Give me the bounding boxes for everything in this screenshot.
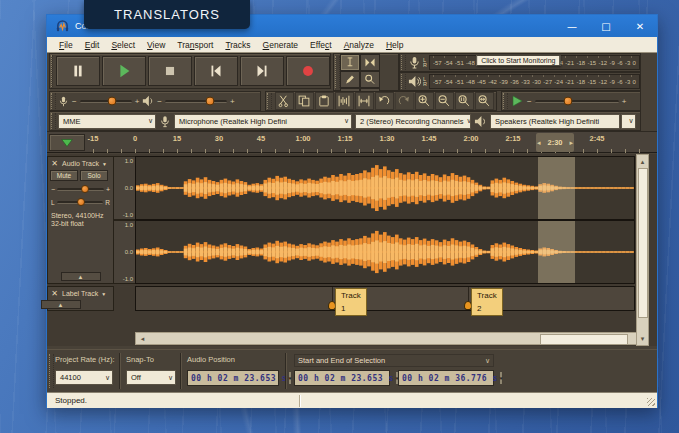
minimize-button[interactable]: — bbox=[555, 15, 589, 37]
playback-meter[interactable]: LR -57-54-51-48-45-42-39-36-33-30-27-24-… bbox=[399, 72, 641, 91]
paste-button[interactable] bbox=[315, 92, 334, 110]
skip-start-button[interactable] bbox=[194, 56, 238, 86]
speed-slider-groove[interactable] bbox=[535, 100, 619, 103]
scroll-left-arrow[interactable]: ◂ bbox=[136, 333, 149, 344]
pan-slider[interactable] bbox=[57, 197, 104, 207]
transport-grip[interactable] bbox=[51, 55, 53, 87]
speed-slider-knob[interactable] bbox=[564, 97, 573, 106]
menu-tracks[interactable]: Tracks bbox=[219, 40, 256, 50]
menu-transport[interactable]: Transport bbox=[171, 40, 219, 50]
gain-slider[interactable] bbox=[57, 184, 104, 194]
mixer-grip[interactable] bbox=[51, 93, 56, 109]
record-slider-groove[interactable] bbox=[80, 100, 132, 103]
menu-effect[interactable]: Effect bbox=[304, 40, 338, 50]
label-text-box[interactable]: Track 1 bbox=[335, 288, 367, 316]
label-marker[interactable]: Track 1 bbox=[332, 287, 333, 310]
zoom-selection-button[interactable] bbox=[455, 92, 474, 110]
edit-grip[interactable] bbox=[267, 93, 272, 109]
mute-button[interactable]: Mute bbox=[50, 170, 78, 181]
playback-meter-grip[interactable] bbox=[401, 74, 406, 89]
record-level-slider[interactable] bbox=[80, 96, 132, 106]
scroll-up-arrow[interactable]: ▴ bbox=[637, 155, 648, 168]
gain-knob[interactable] bbox=[81, 185, 89, 193]
project-rate-select[interactable]: 44100 ∨ bbox=[55, 370, 113, 385]
zoom-fit-button[interactable] bbox=[475, 92, 494, 110]
label-track-content[interactable]: Track 1Track 2 bbox=[135, 286, 635, 311]
zoom-out-button[interactable] bbox=[435, 92, 454, 110]
stop-button[interactable] bbox=[148, 56, 192, 86]
silence-button[interactable] bbox=[355, 92, 374, 110]
audio-track-menu-icon[interactable]: ▼ bbox=[102, 161, 107, 167]
play-slider-knob[interactable] bbox=[205, 97, 214, 106]
label-track-title[interactable]: Label Track bbox=[62, 290, 98, 297]
audio-track-title[interactable]: Audio Track bbox=[62, 160, 99, 167]
horizontal-scroll-thumb[interactable] bbox=[540, 334, 627, 345]
spinner-icon[interactable]: ▾ bbox=[500, 372, 503, 384]
pan-knob[interactable] bbox=[77, 198, 85, 206]
waveform-channel-right[interactable] bbox=[135, 220, 635, 284]
waveform-channel-left[interactable] bbox=[135, 156, 635, 220]
scroll-down-arrow[interactable]: ▾ bbox=[637, 332, 648, 345]
trim-button[interactable] bbox=[335, 92, 354, 110]
audio-host-select[interactable]: MME ∨ bbox=[58, 114, 156, 129]
vertical-scrollbar[interactable]: ▴ ▾ bbox=[636, 154, 649, 346]
timeline-quickplay-region[interactable]: ◂2:30▸ bbox=[536, 133, 574, 152]
label-track-menu-icon[interactable]: ▼ bbox=[101, 291, 106, 297]
recording-channels-select[interactable]: 2 (Stereo) Recording Channels ∨ bbox=[355, 114, 471, 129]
selection-toolbar-grip[interactable] bbox=[49, 354, 54, 388]
draw-tool-button[interactable] bbox=[340, 71, 360, 88]
menu-view[interactable]: View bbox=[141, 40, 171, 50]
label-track-collapse-button[interactable]: ▲ bbox=[41, 300, 81, 309]
pause-button[interactable] bbox=[56, 56, 100, 86]
label-track-close-button[interactable]: ✕ bbox=[50, 289, 59, 298]
vertical-scroll-thumb[interactable] bbox=[638, 168, 648, 318]
play-button[interactable] bbox=[102, 56, 146, 86]
zoom-in-button[interactable] bbox=[415, 92, 434, 110]
play-level-slider[interactable] bbox=[165, 96, 227, 106]
skip-end-button[interactable] bbox=[240, 56, 284, 86]
playback-device-dropdown-button[interactable]: ∨ bbox=[621, 114, 636, 129]
tools-grip[interactable] bbox=[335, 56, 340, 88]
record-button[interactable] bbox=[286, 56, 330, 86]
audio-position-field[interactable]: 00 h 02 m 23.653 s ▾ bbox=[187, 370, 279, 386]
timeline-ruler[interactable]: -1501530451:001:151:301:452:002:15◂2:30▸… bbox=[87, 132, 643, 153]
recording-meter[interactable]: LR -57-54-51-48-45-42-39-36-33-30-27-24-… bbox=[399, 53, 641, 72]
menu-generate[interactable]: Generate bbox=[257, 40, 304, 50]
maximize-button[interactable]: □ bbox=[589, 15, 623, 37]
timeline-options-button[interactable] bbox=[49, 134, 85, 151]
undo-button[interactable] bbox=[375, 92, 394, 110]
menu-help[interactable]: Help bbox=[380, 40, 409, 50]
play-at-speed-grip[interactable] bbox=[503, 93, 508, 109]
selection-end-field[interactable]: 00 h 02 m 36.776 s ▾ bbox=[398, 370, 494, 386]
record-slider-knob[interactable] bbox=[107, 97, 116, 106]
selection-start-field[interactable]: 00 h 02 m 23.653 s ▾ bbox=[294, 370, 390, 386]
spinner-icon[interactable]: ▾ bbox=[289, 372, 292, 384]
recording-meter-grip[interactable] bbox=[401, 55, 406, 70]
menu-analyze[interactable]: Analyze bbox=[338, 40, 380, 50]
cut-button[interactable] bbox=[275, 92, 294, 110]
resize-grip[interactable] bbox=[647, 398, 655, 406]
recording-device-select[interactable]: Microphone (Realtek High Defini ∨ bbox=[174, 114, 352, 129]
redo-button[interactable] bbox=[395, 92, 414, 110]
label-text-box[interactable]: Track 2 bbox=[471, 288, 503, 316]
menu-select[interactable]: Select bbox=[105, 40, 141, 50]
close-button[interactable]: ✕ bbox=[623, 15, 657, 37]
envelope-tool-button[interactable] bbox=[360, 54, 380, 71]
selection-tool-button[interactable] bbox=[340, 54, 360, 71]
play-slider-groove[interactable] bbox=[165, 100, 227, 103]
speed-slider[interactable] bbox=[535, 96, 619, 106]
playback-device-select[interactable]: Speakers (Realtek High Definiti bbox=[490, 114, 620, 129]
label-marker[interactable]: Track 2 bbox=[468, 287, 469, 310]
menu-file[interactable]: File bbox=[53, 40, 79, 50]
play-at-speed-icon[interactable] bbox=[510, 94, 524, 108]
device-grip[interactable] bbox=[51, 113, 56, 129]
snap-to-select[interactable]: Off ∨ bbox=[126, 370, 176, 385]
audio-track-collapse-button[interactable]: ▲ bbox=[61, 272, 101, 281]
zoom-tool-button[interactable] bbox=[360, 71, 380, 88]
selection-mode-select[interactable]: Start and End of Selection ∨ bbox=[294, 354, 494, 367]
copy-button[interactable] bbox=[295, 92, 314, 110]
solo-button[interactable]: Solo bbox=[80, 170, 108, 181]
horizontal-scrollbar[interactable]: ◂ ▸ bbox=[135, 332, 649, 345]
audio-track-close-button[interactable]: ✕ bbox=[50, 159, 59, 168]
menu-edit[interactable]: Edit bbox=[79, 40, 106, 50]
